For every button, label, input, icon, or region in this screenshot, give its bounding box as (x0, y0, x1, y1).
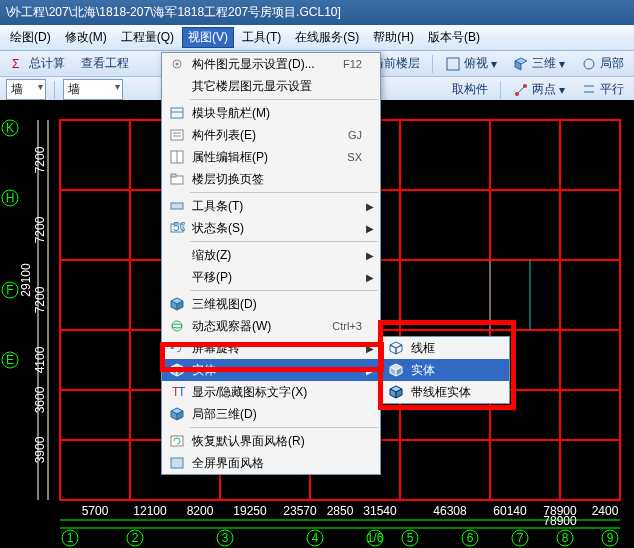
svg-text:12100: 12100 (133, 504, 167, 518)
svg-text:3600: 3600 (33, 386, 47, 413)
title-text: \外工程\207\北海\1818-207\海军1818工程207号房项目.GCL… (6, 5, 341, 19)
menu-item-22[interactable]: 全屏界面风格 (162, 452, 380, 474)
menu-item-3[interactable]: 模块导航栏(M) (162, 102, 380, 124)
sigma-icon: Σ (10, 56, 26, 72)
menu-item-shortcut: F12 (343, 58, 362, 70)
menu-version[interactable]: 版本号(B) (422, 27, 486, 48)
svg-text:50: 50 (173, 220, 185, 234)
menu-item-11[interactable]: 缩放(Z)▶ (162, 244, 380, 266)
menu-tools[interactable]: 工具(T) (236, 27, 287, 48)
menu-item-21[interactable]: 恢复默认界面风格(R) (162, 430, 380, 452)
menu-quantity[interactable]: 工程量(Q) (115, 27, 180, 48)
title-bar: \外工程\207\北海\1818-207\海军1818工程207号房项目.GCL… (0, 0, 634, 25)
menu-view[interactable]: 视图(V) (182, 27, 234, 48)
btn-view-project[interactable]: 查看工程 (77, 53, 133, 74)
menu-item-label: 三维视图(D) (192, 296, 362, 313)
menu-item-1[interactable]: 其它楼层图元显示设置 (162, 75, 380, 97)
svg-rect-3 (447, 58, 459, 70)
menu-item-18[interactable]: TT显示/隐藏图标文字(X) (162, 381, 380, 403)
wire-icon (385, 339, 407, 357)
btn-total-calc[interactable]: Σ总计算 (6, 53, 69, 74)
submenu-item-label: 线框 (411, 340, 435, 357)
submenu-arrow-icon: ▶ (366, 365, 374, 376)
svg-text:19250: 19250 (233, 504, 267, 518)
btn-3d-view[interactable]: 三维 ▾ (509, 53, 569, 74)
svg-text:31540: 31540 (363, 504, 397, 518)
combo-component[interactable]: 墙 (63, 79, 123, 100)
blank-icon (166, 268, 188, 286)
svg-text:Σ: Σ (12, 57, 19, 71)
menu-item-14[interactable]: 三维视图(D) (162, 293, 380, 315)
menu-item-shortcut: SX (347, 151, 362, 163)
svg-rect-88 (171, 203, 183, 209)
svg-text:3900: 3900 (33, 436, 47, 463)
menu-item-label: 全屏界面风格 (192, 455, 362, 472)
blank-icon (166, 246, 188, 264)
svg-marker-109 (396, 345, 402, 354)
submenu-item-0[interactable]: 线框 (381, 337, 509, 359)
menu-item-shortcut: Ctrl+3 (332, 320, 362, 332)
menu-online[interactable]: 在线服务(S) (289, 27, 365, 48)
btn-parallel[interactable]: 平行 (577, 79, 628, 100)
svg-text:4100: 4100 (33, 346, 47, 373)
btn-top-view[interactable]: 俯视 ▾ (441, 53, 501, 74)
svg-text:2: 2 (132, 531, 139, 545)
svg-text:7: 7 (517, 531, 524, 545)
btn-two-points[interactable]: 两点 ▾ (509, 79, 569, 100)
svg-text:5: 5 (407, 531, 414, 545)
svg-point-78 (176, 63, 179, 66)
btn-local-view[interactable]: 局部 (577, 53, 628, 74)
menu-item-6[interactable]: 楼层切换页签 (162, 168, 380, 190)
submenu-arrow-icon: ▶ (366, 250, 374, 261)
svg-line-9 (517, 86, 525, 94)
orbit-icon (166, 317, 188, 335)
submenu-item-1[interactable]: 实体 (381, 359, 509, 381)
submenu-arrow-icon: ▶ (366, 223, 374, 234)
menu-draw[interactable]: 绘图(D) (4, 27, 57, 48)
svg-text:5700: 5700 (82, 504, 109, 518)
menu-item-shortcut: GJ (348, 129, 362, 141)
svg-text:8200: 8200 (187, 504, 214, 518)
menu-item-label: 楼层切换页签 (192, 171, 362, 188)
svg-point-94 (172, 321, 182, 331)
svg-text:29100: 29100 (19, 263, 33, 297)
svg-point-6 (584, 59, 594, 69)
menu-item-4[interactable]: 构件列表(E)GJ (162, 124, 380, 146)
menu-item-16[interactable]: 屏幕旋转▶ (162, 337, 380, 359)
props-icon (166, 148, 188, 166)
menu-item-label: 恢复默认界面风格(R) (192, 433, 362, 450)
parallel-icon (581, 82, 597, 98)
3d-icon (166, 405, 188, 423)
svg-text:60140: 60140 (493, 504, 527, 518)
menu-item-label: 工具条(T) (192, 198, 362, 215)
svg-text:2850: 2850 (327, 504, 354, 518)
combo-category[interactable]: 墙 (6, 79, 46, 100)
svg-text:46308: 46308 (433, 504, 467, 518)
menu-item-0[interactable]: 构件图元显示设置(D)...F12 (162, 53, 380, 75)
menu-item-15[interactable]: 动态观察器(W)Ctrl+3 (162, 315, 380, 337)
svg-text:78900: 78900 (543, 504, 577, 518)
menu-item-8[interactable]: 工具条(T)▶ (162, 195, 380, 217)
svg-text:1/6: 1/6 (367, 531, 384, 545)
svg-text:1: 1 (67, 531, 74, 545)
menu-item-label: 状态条(S) (192, 220, 362, 237)
menu-help[interactable]: 帮助(H) (367, 27, 420, 48)
submenu-item-2[interactable]: 带线框实体 (381, 381, 509, 403)
menu-modify[interactable]: 修改(M) (59, 27, 113, 48)
menu-item-17[interactable]: 实体▶ (162, 359, 380, 381)
menu-item-19[interactable]: 局部三维(D) (162, 403, 380, 425)
axis-H: H (6, 191, 15, 205)
menu-item-5[interactable]: 属性编辑框(P)SX (162, 146, 380, 168)
menu-item-label: 模块导航栏(M) (192, 105, 362, 122)
module-icon (166, 104, 188, 122)
toolbar-icon (166, 197, 188, 215)
menu-item-12[interactable]: 平移(P)▶ (162, 266, 380, 288)
svg-point-95 (172, 324, 182, 328)
menu-item-9[interactable]: 50状态条(S)▶ (162, 217, 380, 239)
menu-item-label: 屏幕旋转 (192, 340, 362, 357)
solid-submenu: 线框实体带线框实体 (380, 336, 510, 404)
gear-icon (166, 55, 188, 73)
btn-pick-component[interactable]: 取构件 (448, 79, 492, 100)
svg-text:6: 6 (467, 531, 474, 545)
cube-icon (513, 56, 529, 72)
